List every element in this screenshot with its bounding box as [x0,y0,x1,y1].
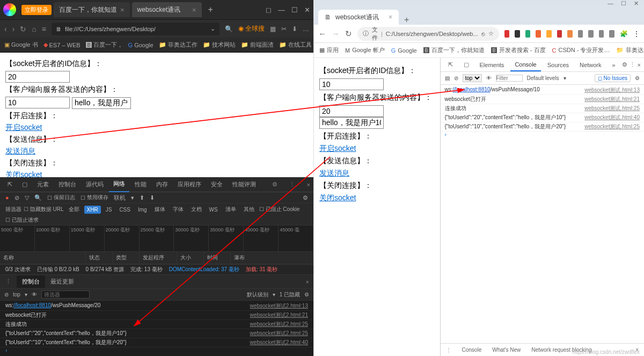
id-input[interactable] [319,78,384,90]
maximize-icon[interactable]: ☐ [291,6,298,14]
tab-memory[interactable]: 内存 [152,177,172,192]
url-input[interactable]: ⓘ 文件 | C:/Users/zhengwen/Desktop/web... … [357,27,499,41]
send-message-link[interactable]: 发送消息 [5,147,35,155]
console-prompt[interactable]: › [0,347,313,353]
back-button[interactable]: ← [318,29,326,38]
col-type[interactable]: 类型 [113,252,140,264]
bookmark-item[interactable]: ◆ES7 – WEB [43,41,80,48]
open-socket-link[interactable]: 开启socket [5,123,42,132]
drawer-more-icon[interactable]: ⋮ [446,347,451,353]
minimize-icon[interactable]: — [608,0,613,6]
info-icon[interactable]: ⓘ [363,30,369,38]
filter-css[interactable]: CSS [116,206,133,214]
filter-other[interactable]: 其他 [241,205,257,214]
apps-icon[interactable]: ▦ [270,25,276,33]
tab-console[interactable]: Console [510,59,540,71]
col-size[interactable]: 大小 [177,252,204,264]
close-icon[interactable]: × [192,6,196,14]
filter-media[interactable]: 媒体 [152,205,168,214]
context-select[interactable]: top [463,74,482,82]
col-status[interactable]: 状态 [86,252,113,264]
bookmark-item[interactable]: 📁 菲奥达工作 [616,46,644,54]
console-logs[interactable]: ws://localhost:8810/wsPushMessage/10webs… [441,85,644,343]
more-icon[interactable]: ⋮ [630,61,635,68]
upload-icon[interactable]: ⬆ [140,194,144,201]
tab-sources[interactable]: Sources [543,59,573,71]
tab-performance[interactable]: 性能 [130,177,151,192]
inspect-icon[interactable]: ⇱ [3,178,17,191]
drawer-tab-blocking[interactable]: Network request blocking [531,347,591,353]
close-drawer-icon[interactable]: × [302,279,313,285]
bookmark-item[interactable]: G Google [391,47,417,54]
bookmark-item[interactable]: 🅱百度一下， [86,41,123,49]
download-icon[interactable]: ⬇ [292,25,297,33]
extension-icon[interactable] [599,30,604,38]
filter-input[interactable] [496,75,523,82]
extension-icon[interactable] [536,30,541,38]
close-devtools-icon[interactable]: × [307,181,310,188]
to-user-input[interactable] [319,105,384,117]
bookmark-item[interactable]: GGoogle [128,42,153,48]
clear-console-icon[interactable]: ⊘ [454,75,458,81]
message-input[interactable] [72,97,131,109]
reload-button[interactable]: ↻ [20,25,26,33]
bookmark-item[interactable]: ▦ 应用 [319,46,339,54]
network-timeline[interactable]: 5000 毫秒10000 毫秒15000 毫秒20000 毫秒25000 毫秒3… [0,226,313,252]
bookmark-item[interactable]: 📁在线工具 [279,41,312,49]
eye-icon[interactable]: 👁 [486,75,492,81]
download-icon[interactable]: ⬇ [150,194,155,201]
scissors-icon[interactable]: ✂ [281,25,287,33]
filter-img[interactable]: Img [135,206,150,214]
extension-icon[interactable] [567,30,573,38]
preserve-log-checkbox[interactable]: ☐ 保留日志 [47,194,75,201]
hidden-count[interactable]: 1 已隐藏 [280,291,300,299]
puzzle-icon[interactable]: 🧩 [620,30,628,38]
bookmark-item[interactable]: 🅱 百度一下，你就知道 [423,46,485,54]
extension-icon[interactable] [515,30,520,38]
source-link[interactable]: websocket测试2.html:25 [250,321,308,328]
hide-data-checkbox[interactable]: ☐ 隐藏数据 URL [24,206,64,213]
extension-icon[interactable] [609,30,614,38]
filter-doc[interactable]: 文档 [188,205,204,214]
new-tab-button[interactable]: + [204,5,217,14]
close-drawer-icon[interactable]: × [635,347,639,353]
extension-icon[interactable] [546,30,552,38]
gear-icon[interactable]: ⚙ [635,75,640,81]
search-icon[interactable]: 🔍 [34,194,42,201]
source-link[interactable]: websocket测试.html:25 [582,123,640,130]
col-waterfall[interactable]: 瀑布 [231,252,313,264]
tab-console[interactable]: 控制台 [54,177,80,192]
new-tab-button[interactable]: + [399,15,414,25]
clear-console-icon[interactable]: ⊘ [4,292,9,297]
col-time[interactable]: 时间 [204,252,231,264]
back-button[interactable]: ‹ [4,25,7,33]
maximize-icon[interactable]: ☐ [621,0,626,7]
star-icon[interactable]: ☆ [488,30,494,37]
dropdown-icon[interactable]: ⌄ [210,25,215,32]
source-link[interactable]: websocket测试2.html:25 [250,330,308,337]
gear-icon[interactable]: ⚙ [304,292,309,297]
col-name[interactable]: 名称 [0,252,86,264]
close-socket-link[interactable]: 关闭socket [319,193,356,202]
sidebar-icon[interactable]: ▤ [445,75,450,81]
drawer-more-icon[interactable]: ⋮ [0,276,17,287]
minimize-icon[interactable]: — [278,6,285,14]
filter-font[interactable]: 字体 [170,205,186,214]
bookmark-item[interactable]: 🅱 开发者搜索 - 百度 [491,46,546,54]
extension-icon[interactable] [588,30,594,38]
source-link[interactable]: websocket测试2.html:13 [250,302,308,310]
bookmark-item[interactable]: M Google 帐户 [345,46,385,54]
filter-icon[interactable]: ▽ [25,194,29,201]
bookmark-item[interactable]: 📁菲奥达工作 [159,41,197,49]
tab-network[interactable]: Network [575,59,605,71]
close-window-icon[interactable]: ✕ [634,0,639,7]
menu-icon[interactable]: ≡ [42,25,46,33]
close-devtools-icon[interactable]: × [638,62,641,68]
device-icon[interactable]: ▢ [459,59,473,71]
inspect-icon[interactable]: ⇱ [444,59,457,71]
tab-sources[interactable]: 源代码 [82,177,108,192]
url-input[interactable]: 🗎 file:///C:/Users/zhengwen/Desktop/ ⌄ [52,23,219,35]
send-message-link[interactable]: 发送消息 [319,169,349,177]
filter-all[interactable]: 全部 [66,205,82,214]
tab-websocket[interactable]: 🗎 websocket通讯 × [318,10,399,25]
